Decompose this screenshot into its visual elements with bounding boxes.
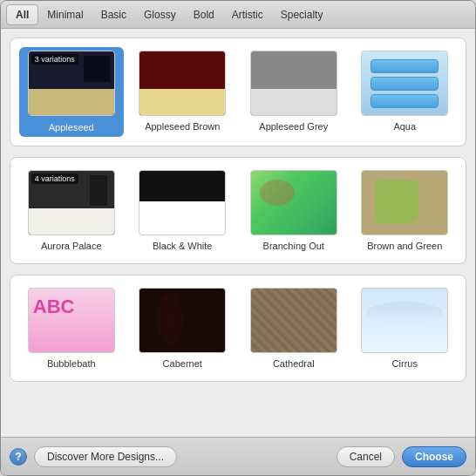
variation-badge-aurora: 4 variations	[31, 173, 78, 184]
theme-label-cirrus: Cirrus	[392, 358, 418, 369]
theme-thumb-appleseed: 3 variations	[28, 51, 115, 116]
theme-picker-window: All Minimal Basic Glossy Bold Artistic S…	[0, 0, 476, 476]
theme-thumb-bubblebath	[28, 288, 115, 353]
tab-bar: All Minimal Basic Glossy Bold Artistic S…	[1, 1, 475, 29]
theme-item-bubblebath[interactable]: Bubblebath	[19, 284, 124, 372]
discover-button[interactable]: Discover More Designs...	[34, 446, 177, 467]
theme-item-appleseed[interactable]: 3 variations Appleseed	[19, 47, 124, 137]
theme-label-appleseed: Appleseed	[44, 121, 99, 133]
tab-specialty[interactable]: Specialty	[272, 5, 332, 24]
theme-thumb-cabernet	[139, 288, 226, 353]
cancel-button[interactable]: Cancel	[337, 446, 395, 467]
theme-thumb-bw	[139, 170, 226, 235]
theme-item-branching-out[interactable]: Branching Out	[241, 167, 346, 255]
theme-group-1: 3 variations Appleseed Appleseed Brown A…	[10, 37, 466, 146]
aqua-bar-3	[371, 94, 439, 108]
tab-glossy[interactable]: Glossy	[135, 5, 185, 24]
theme-item-brown-green[interactable]: Brown and Green	[353, 167, 458, 255]
theme-item-appleseed-brown[interactable]: Appleseed Brown	[131, 47, 235, 137]
theme-thumb-cathedral	[250, 288, 337, 353]
tab-artistic[interactable]: Artistic	[223, 5, 272, 24]
theme-label-aurora: Aurora Palace	[41, 241, 102, 251]
tab-basic[interactable]: Basic	[92, 5, 135, 24]
theme-grid[interactable]: 3 variations Appleseed Appleseed Brown A…	[1, 29, 475, 437]
theme-label-aqua: Aqua	[393, 121, 416, 132]
choose-button[interactable]: Choose	[402, 446, 466, 467]
aqua-bar-2	[371, 77, 439, 91]
tab-minimal[interactable]: Minimal	[38, 5, 92, 24]
help-button[interactable]: ?	[10, 448, 27, 466]
theme-label-branching: Branching Out	[263, 241, 324, 251]
theme-label-brown-green: Brown and Green	[367, 241, 442, 251]
theme-thumb-appleseed-grey	[250, 51, 337, 116]
theme-thumb-cirrus	[361, 288, 448, 353]
theme-thumb-branching	[250, 170, 337, 235]
theme-item-appleseed-grey[interactable]: Appleseed Grey	[241, 47, 346, 137]
content-area: 3 variations Appleseed Appleseed Brown A…	[1, 29, 475, 437]
aqua-bar-1	[371, 59, 439, 73]
theme-thumb-aqua	[361, 51, 448, 116]
theme-item-aqua[interactable]: Aqua	[353, 47, 458, 137]
theme-label-bubblebath: Bubblebath	[47, 358, 96, 369]
tab-all[interactable]: All	[6, 4, 38, 25]
theme-item-cabernet[interactable]: Cabernet	[131, 284, 235, 372]
theme-label-appleseed-grey: Appleseed Grey	[259, 121, 328, 132]
footer: ? Discover More Designs... Cancel Choose	[1, 437, 475, 475]
theme-label-cabernet: Cabernet	[163, 358, 202, 369]
theme-thumb-aurora: 4 variations	[28, 170, 115, 235]
theme-thumb-brown-green	[361, 170, 448, 235]
theme-group-3: Bubblebath Cabernet Cathedral Cirrus	[10, 275, 466, 382]
theme-label-bw: Black & White	[153, 241, 212, 251]
theme-label-cathedral: Cathedral	[273, 358, 315, 369]
theme-item-aurora-palace[interactable]: 4 variations Aurora Palace	[19, 167, 124, 255]
theme-item-cathedral[interactable]: Cathedral	[241, 284, 346, 372]
theme-group-2: 4 variations Aurora Palace Black & White…	[10, 157, 466, 264]
theme-item-black-white[interactable]: Black & White	[131, 167, 235, 255]
tab-bold[interactable]: Bold	[185, 5, 223, 24]
variation-badge-appleseed: 3 variations	[31, 54, 78, 65]
theme-item-cirrus[interactable]: Cirrus	[353, 284, 458, 372]
theme-thumb-appleseed-brown	[139, 51, 226, 116]
theme-label-appleseed-brown: Appleseed Brown	[145, 121, 220, 132]
